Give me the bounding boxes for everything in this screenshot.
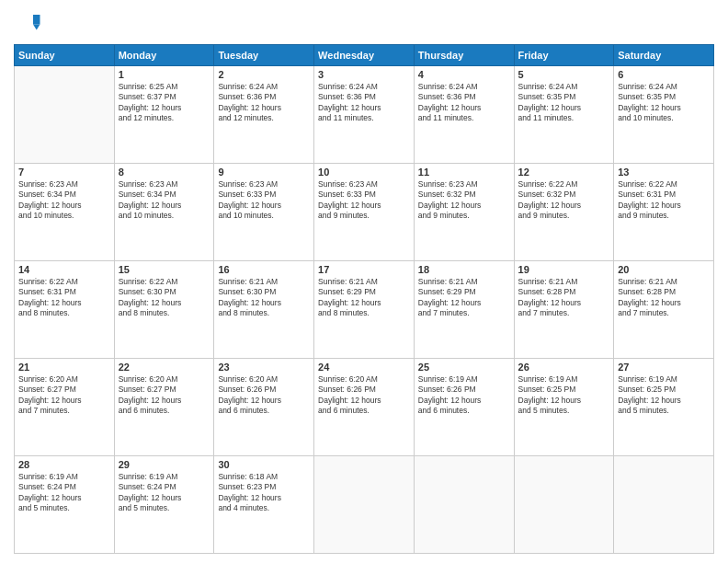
calendar-cell: 21Sunrise: 6:20 AMSunset: 6:27 PMDayligh… bbox=[15, 359, 115, 456]
day-info: Sunrise: 6:25 AMSunset: 6:37 PMDaylight:… bbox=[119, 82, 210, 124]
calendar-cell: 17Sunrise: 6:21 AMSunset: 6:29 PMDayligh… bbox=[314, 261, 415, 359]
day-info: Sunrise: 6:24 AMSunset: 6:35 PMDaylight:… bbox=[618, 82, 710, 124]
calendar-cell: 26Sunrise: 6:19 AMSunset: 6:25 PMDayligh… bbox=[514, 359, 614, 456]
day-number: 1 bbox=[119, 69, 210, 80]
day-number: 2 bbox=[218, 69, 310, 80]
day-number: 27 bbox=[618, 362, 710, 373]
day-info: Sunrise: 6:19 AMSunset: 6:25 PMDaylight:… bbox=[518, 374, 610, 417]
calendar-cell: 24Sunrise: 6:20 AMSunset: 6:26 PMDayligh… bbox=[314, 359, 415, 456]
day-number: 24 bbox=[318, 362, 410, 373]
day-info: Sunrise: 6:22 AMSunset: 6:31 PMDaylight:… bbox=[18, 277, 110, 319]
day-info: Sunrise: 6:21 AMSunset: 6:28 PMDaylight:… bbox=[518, 277, 610, 319]
day-number: 18 bbox=[418, 264, 510, 275]
day-number: 22 bbox=[119, 362, 210, 373]
col-header-wednesday: Wednesday bbox=[314, 45, 415, 66]
day-number: 20 bbox=[618, 264, 710, 275]
calendar-cell: 11Sunrise: 6:23 AMSunset: 6:32 PMDayligh… bbox=[414, 164, 514, 261]
calendar-cell: 16Sunrise: 6:21 AMSunset: 6:30 PMDayligh… bbox=[214, 261, 314, 359]
calendar-cell: 10Sunrise: 6:23 AMSunset: 6:33 PMDayligh… bbox=[314, 164, 415, 261]
calendar-week-row: 1Sunrise: 6:25 AMSunset: 6:37 PMDaylight… bbox=[15, 66, 714, 164]
day-number: 12 bbox=[518, 167, 610, 178]
day-info: Sunrise: 6:24 AMSunset: 6:36 PMDaylight:… bbox=[418, 82, 510, 124]
day-number: 6 bbox=[618, 69, 710, 80]
day-number: 5 bbox=[518, 69, 610, 80]
calendar-week-row: 28Sunrise: 6:19 AMSunset: 6:24 PMDayligh… bbox=[15, 456, 714, 554]
col-header-friday: Friday bbox=[514, 45, 614, 66]
day-info: Sunrise: 6:22 AMSunset: 6:32 PMDaylight:… bbox=[518, 179, 610, 222]
day-info: Sunrise: 6:19 AMSunset: 6:24 PMDaylight:… bbox=[18, 472, 110, 514]
calendar-cell: 20Sunrise: 6:21 AMSunset: 6:28 PMDayligh… bbox=[614, 261, 714, 359]
day-info: Sunrise: 6:20 AMSunset: 6:26 PMDaylight:… bbox=[218, 374, 310, 417]
calendar-cell bbox=[414, 456, 514, 554]
day-number: 7 bbox=[18, 167, 110, 178]
day-info: Sunrise: 6:23 AMSunset: 6:32 PMDaylight:… bbox=[418, 179, 510, 222]
calendar-week-row: 14Sunrise: 6:22 AMSunset: 6:31 PMDayligh… bbox=[15, 261, 714, 359]
calendar-cell: 22Sunrise: 6:20 AMSunset: 6:27 PMDayligh… bbox=[114, 359, 214, 456]
calendar-cell: 6Sunrise: 6:24 AMSunset: 6:35 PMDaylight… bbox=[614, 66, 714, 164]
day-info: Sunrise: 6:22 AMSunset: 6:30 PMDaylight:… bbox=[119, 277, 210, 319]
calendar-cell: 9Sunrise: 6:23 AMSunset: 6:33 PMDaylight… bbox=[214, 164, 314, 261]
calendar-header-row: SundayMondayTuesdayWednesdayThursdayFrid… bbox=[15, 45, 714, 66]
calendar-cell bbox=[15, 66, 115, 164]
col-header-thursday: Thursday bbox=[414, 45, 514, 66]
calendar-cell: 1Sunrise: 6:25 AMSunset: 6:37 PMDaylight… bbox=[114, 66, 214, 164]
calendar-cell: 18Sunrise: 6:21 AMSunset: 6:29 PMDayligh… bbox=[414, 261, 514, 359]
svg-marker-1 bbox=[33, 25, 40, 30]
day-number: 25 bbox=[418, 362, 510, 373]
day-info: Sunrise: 6:21 AMSunset: 6:30 PMDaylight:… bbox=[218, 277, 310, 319]
logo-icon bbox=[14, 9, 41, 37]
day-info: Sunrise: 6:22 AMSunset: 6:31 PMDaylight:… bbox=[618, 179, 710, 222]
day-number: 8 bbox=[119, 167, 210, 178]
day-number: 21 bbox=[18, 362, 110, 373]
day-info: Sunrise: 6:19 AMSunset: 6:25 PMDaylight:… bbox=[618, 374, 710, 417]
day-info: Sunrise: 6:21 AMSunset: 6:29 PMDaylight:… bbox=[318, 277, 410, 319]
header bbox=[14, 9, 714, 37]
day-info: Sunrise: 6:20 AMSunset: 6:26 PMDaylight:… bbox=[318, 374, 410, 417]
calendar-cell: 7Sunrise: 6:23 AMSunset: 6:34 PMDaylight… bbox=[15, 164, 115, 261]
day-number: 9 bbox=[218, 167, 310, 178]
col-header-tuesday: Tuesday bbox=[214, 45, 314, 66]
calendar-cell: 4Sunrise: 6:24 AMSunset: 6:36 PMDaylight… bbox=[414, 66, 514, 164]
col-header-saturday: Saturday bbox=[614, 45, 714, 66]
calendar-week-row: 7Sunrise: 6:23 AMSunset: 6:34 PMDaylight… bbox=[15, 164, 714, 261]
calendar-cell: 14Sunrise: 6:22 AMSunset: 6:31 PMDayligh… bbox=[15, 261, 115, 359]
day-info: Sunrise: 6:19 AMSunset: 6:26 PMDaylight:… bbox=[418, 374, 510, 417]
calendar-cell: 29Sunrise: 6:19 AMSunset: 6:24 PMDayligh… bbox=[114, 456, 214, 554]
calendar-cell: 12Sunrise: 6:22 AMSunset: 6:32 PMDayligh… bbox=[514, 164, 614, 261]
calendar-cell: 23Sunrise: 6:20 AMSunset: 6:26 PMDayligh… bbox=[214, 359, 314, 456]
calendar-cell: 8Sunrise: 6:23 AMSunset: 6:34 PMDaylight… bbox=[114, 164, 214, 261]
day-number: 28 bbox=[18, 459, 110, 470]
day-info: Sunrise: 6:23 AMSunset: 6:33 PMDaylight:… bbox=[218, 179, 310, 222]
page: SundayMondayTuesdayWednesdayThursdayFrid… bbox=[0, 0, 728, 563]
calendar-cell: 5Sunrise: 6:24 AMSunset: 6:35 PMDaylight… bbox=[514, 66, 614, 164]
day-number: 4 bbox=[418, 69, 510, 80]
day-number: 16 bbox=[218, 264, 310, 275]
logo bbox=[14, 9, 45, 37]
day-number: 10 bbox=[318, 167, 410, 178]
svg-marker-0 bbox=[33, 15, 40, 25]
day-info: Sunrise: 6:20 AMSunset: 6:27 PMDaylight:… bbox=[18, 374, 110, 417]
day-info: Sunrise: 6:24 AMSunset: 6:36 PMDaylight:… bbox=[218, 82, 310, 124]
calendar-cell: 27Sunrise: 6:19 AMSunset: 6:25 PMDayligh… bbox=[614, 359, 714, 456]
day-number: 15 bbox=[119, 264, 210, 275]
day-number: 14 bbox=[18, 264, 110, 275]
day-info: Sunrise: 6:20 AMSunset: 6:27 PMDaylight:… bbox=[119, 374, 210, 417]
calendar-cell bbox=[314, 456, 415, 554]
day-number: 19 bbox=[518, 264, 610, 275]
day-info: Sunrise: 6:23 AMSunset: 6:34 PMDaylight:… bbox=[18, 179, 110, 222]
day-number: 30 bbox=[218, 459, 310, 470]
day-number: 13 bbox=[618, 167, 710, 178]
day-info: Sunrise: 6:21 AMSunset: 6:29 PMDaylight:… bbox=[418, 277, 510, 319]
day-info: Sunrise: 6:21 AMSunset: 6:28 PMDaylight:… bbox=[618, 277, 710, 319]
day-number: 26 bbox=[518, 362, 610, 373]
day-info: Sunrise: 6:23 AMSunset: 6:33 PMDaylight:… bbox=[318, 179, 410, 222]
day-info: Sunrise: 6:23 AMSunset: 6:34 PMDaylight:… bbox=[119, 179, 210, 222]
calendar-table: SundayMondayTuesdayWednesdayThursdayFrid… bbox=[14, 44, 714, 554]
calendar-cell: 13Sunrise: 6:22 AMSunset: 6:31 PMDayligh… bbox=[614, 164, 714, 261]
calendar-cell: 19Sunrise: 6:21 AMSunset: 6:28 PMDayligh… bbox=[514, 261, 614, 359]
calendar-cell: 30Sunrise: 6:18 AMSunset: 6:23 PMDayligh… bbox=[214, 456, 314, 554]
calendar-cell bbox=[614, 456, 714, 554]
day-number: 17 bbox=[318, 264, 410, 275]
calendar-cell: 2Sunrise: 6:24 AMSunset: 6:36 PMDaylight… bbox=[214, 66, 314, 164]
day-info: Sunrise: 6:24 AMSunset: 6:35 PMDaylight:… bbox=[518, 82, 610, 124]
